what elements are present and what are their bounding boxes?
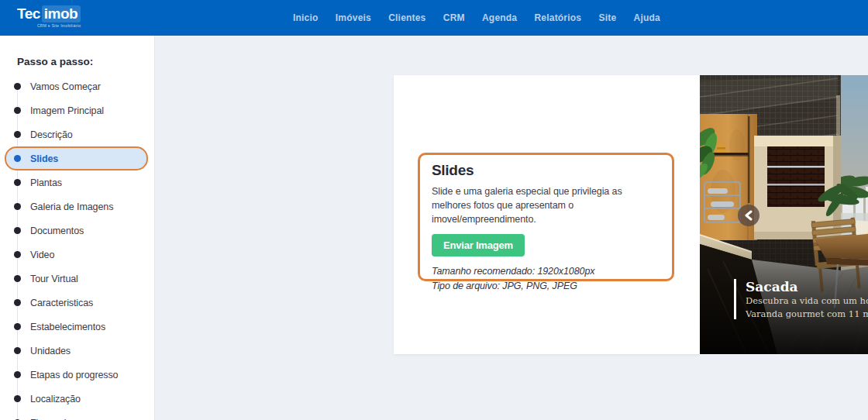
step-dot [14,251,21,258]
step-dot [14,299,21,306]
hint-file-type: Tipo de arquivo: JPG, PNG, JPEG [432,279,660,293]
sidebar-item-documentos[interactable]: Documentos [5,219,148,243]
send-image-button[interactable]: Enviar Imagem [432,234,525,256]
step-by-step-sidebar: Passo a passo: Vamos Começar Imagem Prin… [0,36,155,420]
main-nav: Inicio Imóveis Clientes CRM Agenda Relat… [293,0,660,36]
step-label: Descrição [30,129,73,140]
step-label: Documentos [30,225,84,236]
step-dot [14,155,21,162]
chevron-left-icon [744,210,753,221]
carousel-previous-button[interactable] [738,205,760,226]
caption-line-2: Varanda gourmet com 11 m² [746,308,868,321]
step-label: Imagem Principal [30,105,104,116]
nav-item-agenda[interactable]: Agenda [482,12,517,23]
step-dot [14,107,21,114]
caption-title: Sacada [746,279,868,294]
step-label: Tour Virtual [30,274,78,284]
logo-text: Tecimob [17,5,81,22]
sidebar-item-descricao[interactable]: Descrição [5,122,148,146]
nav-item-ajuda[interactable]: Ajuda [634,12,660,23]
step-dot [14,323,21,330]
section-title: Slides [432,162,660,179]
sidebar-item-localizacao[interactable]: Localização [5,387,148,411]
nav-item-clientes[interactable]: Clientes [388,12,425,23]
upload-hints: Tamanho recomendado: 1920x1080px Tipo de… [432,264,660,292]
sidebar-item-tour-virtual[interactable]: Tour Virtual [5,267,148,291]
step-dot [14,179,21,186]
caption-line-1: Descubra a vida com um horizonte ser [746,294,868,308]
logo-part1: Tec [17,5,40,22]
nav-item-site[interactable]: Site [598,12,616,23]
slide-caption: Sacada Descubra a vida com um horizonte … [734,279,868,322]
tecimob-logo[interactable]: Tecimob CRM e Site Imobiliário [17,5,81,28]
section-description: Slide e uma galeria especial que privile… [432,184,660,226]
slides-form-card: Slides Slide e uma galeria especial que … [394,75,700,354]
step-dot [14,227,21,234]
step-list: Vamos Começar Imagem Principal Descrição… [0,74,154,420]
step-dot [14,131,21,138]
step-dot [14,347,21,354]
nav-item-inicio[interactable]: Inicio [293,12,319,23]
step-dot [14,275,21,282]
tutorial-highlight-box: Slides Slide e uma galeria especial que … [418,153,674,281]
step-label: Financeiro [30,418,74,420]
sidebar-item-vamos-comecar[interactable]: Vamos Começar [5,74,148,98]
step-label: Galeria de Imagens [30,201,113,212]
sidebar-item-galeria-de-imagens[interactable]: Galeria de Imagens [5,195,148,219]
sidebar-item-imagem-principal[interactable]: Imagem Principal [5,98,148,122]
step-dot [14,395,21,402]
nav-item-relatorios[interactable]: Relatórios [535,12,582,23]
sidebar-item-clipped[interactable]: Financeiro [5,411,148,420]
hint-recommended-size: Tamanho recomendado: 1920x1080px [432,264,660,278]
step-label: Estabelecimentos [30,322,105,332]
sidebar-item-etapas-do-progresso[interactable]: Etapas do progresso [5,363,148,387]
step-dot [14,203,21,210]
top-navigation-bar: Tecimob CRM e Site Imobiliário Inicio Im… [0,0,868,36]
sidebar-title: Passo a passo: [17,56,154,67]
sidebar-item-estabelecimentos[interactable]: Estabelecimentos [5,315,148,339]
sidebar-item-caracteristicas[interactable]: Caracteristicas [5,291,148,315]
sidebar-item-video[interactable]: Video [5,243,148,267]
caption-accent-bar [734,279,736,319]
nav-item-crm[interactable]: CRM [443,12,465,23]
step-label: Video [30,250,54,260]
slide-preview-panel: Sacada Descubra a vida com um horizonte … [700,75,868,354]
step-dot [14,83,21,90]
step-label: Vamos Começar [30,81,101,92]
step-label: Plantas [30,177,62,188]
step-label: Localização [30,394,81,405]
logo-part2: imob [42,5,81,22]
logo-tagline: CRM e Site Imobiliário [17,23,81,28]
sidebar-item-plantas[interactable]: Plantas [5,170,148,195]
step-dot [14,371,21,378]
step-label: Etapas do progresso [30,370,118,380]
step-label: Slides [30,153,58,164]
step-label: Caracteristicas [30,298,93,308]
step-label: Unidades [30,346,71,356]
sidebar-item-slides[interactable]: Slides [5,146,148,170]
nav-item-imoveis[interactable]: Imóveis [336,12,371,23]
sidebar-item-unidades[interactable]: Unidades [5,339,148,363]
